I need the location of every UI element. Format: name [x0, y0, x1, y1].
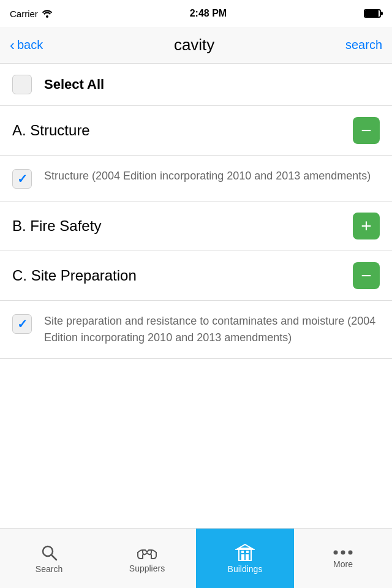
svg-line-2 — [51, 555, 56, 560]
tab-suppliers[interactable]: Suppliers — [98, 529, 196, 588]
chevron-left-icon: ‹ — [10, 38, 15, 53]
status-time: 2:48 PM — [190, 8, 227, 19]
section-header-fire-safety: B. Fire Safety + — [0, 202, 392, 251]
svg-rect-6 — [241, 551, 244, 553]
list-item: ✓ Site preparation and resistance to con… — [0, 301, 392, 359]
checkmark-icon: ✓ — [17, 172, 28, 186]
tab-suppliers-label: Suppliers — [129, 564, 165, 573]
toggle-fire-safety-button[interactable]: + — [353, 213, 380, 239]
select-all-row[interactable]: Select All — [0, 64, 392, 106]
select-all-checkbox[interactable] — [12, 75, 32, 94]
item-text-site-prep: Site preparation and resistance to conta… — [44, 313, 380, 346]
item-checkbox-structure[interactable]: ✓ — [12, 169, 32, 189]
tab-bar: Search Suppliers Buildings — [0, 528, 392, 588]
tab-buildings[interactable]: Buildings — [196, 529, 294, 588]
section-title-site-preparation: C. Site Preparation — [12, 267, 137, 284]
toggle-structure-button[interactable]: − — [353, 117, 380, 144]
search-button[interactable]: search — [345, 38, 382, 52]
select-all-label: Select All — [44, 77, 104, 92]
section-title-fire-safety: B. Fire Safety — [12, 217, 101, 235]
tab-buildings-label: Buildings — [228, 564, 263, 574]
section-title-structure: A. Structure — [12, 122, 90, 139]
svg-point-10 — [341, 550, 345, 554]
more-icon — [333, 548, 353, 557]
buildings-icon — [235, 543, 255, 562]
svg-rect-4 — [241, 554, 244, 560]
svg-rect-7 — [246, 551, 249, 553]
tab-more[interactable]: More — [294, 529, 392, 588]
checkmark-icon: ✓ — [17, 317, 28, 331]
svg-point-0 — [46, 15, 48, 18]
section-header-site-preparation: C. Site Preparation − — [0, 251, 392, 301]
status-bar: Carrier 2:48 PM — [0, 0, 392, 27]
main-content: Select All A. Structure − ✓ Structure (2… — [0, 64, 392, 528]
svg-point-9 — [334, 550, 338, 554]
page-title: cavity — [174, 36, 214, 55]
tab-more-label: More — [333, 559, 353, 569]
battery-indicator — [364, 9, 382, 18]
wifi-icon — [42, 9, 53, 18]
list-item: ✓ Structure (2004 Edition incorporating … — [0, 156, 392, 202]
back-button[interactable]: ‹ back — [10, 38, 43, 53]
svg-rect-5 — [246, 554, 249, 560]
item-text-structure: Structure (2004 Edition incorporating 20… — [44, 168, 380, 184]
back-label: back — [17, 38, 43, 52]
handshake-icon — [137, 544, 157, 561]
search-icon — [40, 543, 58, 562]
section-header-structure: A. Structure − — [0, 106, 392, 156]
svg-point-11 — [349, 550, 353, 554]
toggle-site-preparation-button[interactable]: − — [353, 262, 380, 289]
tab-search-label: Search — [36, 564, 62, 574]
nav-bar: ‹ back cavity search — [0, 27, 392, 64]
carrier-label: Carrier — [10, 9, 53, 19]
tab-search[interactable]: Search — [0, 529, 98, 588]
item-checkbox-site-prep[interactable]: ✓ — [12, 314, 32, 334]
